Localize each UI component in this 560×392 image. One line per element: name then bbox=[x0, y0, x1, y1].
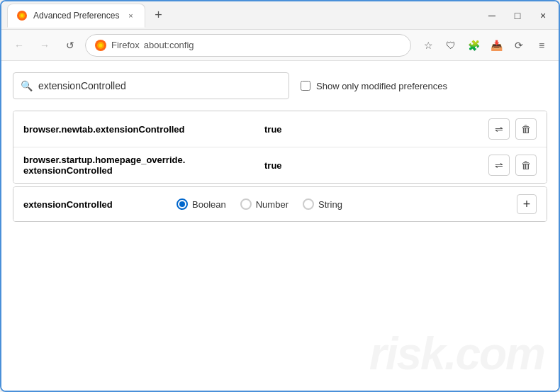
search-bar: 🔍 Show only modified preferences bbox=[13, 72, 547, 99]
show-modified-label[interactable]: Show only modified preferences bbox=[301, 81, 447, 91]
back-button[interactable]: ← bbox=[9, 35, 30, 56]
radio-string[interactable]: String bbox=[303, 198, 342, 210]
toggle-button-2[interactable]: ⇌ bbox=[488, 155, 510, 176]
search-icon: 🔍 bbox=[21, 80, 33, 91]
new-pref-section-wrapper: extensionControlled Boolean Number bbox=[13, 186, 547, 222]
radio-number-circle bbox=[240, 198, 252, 210]
pref-name-1: browser.newtab.extensionControlled bbox=[23, 124, 264, 135]
preferences-table: browser.newtab.extensionControlled true … bbox=[13, 111, 547, 184]
browser-name-label: Firefox bbox=[111, 40, 140, 50]
title-bar: Advanced Preferences × + ─ □ × bbox=[1, 1, 559, 30]
pref-value-2: true bbox=[264, 160, 488, 171]
window-controls: ─ □ × bbox=[482, 6, 553, 26]
firefox-tab-icon bbox=[16, 10, 28, 21]
bookmark-button[interactable]: ☆ bbox=[418, 35, 438, 55]
url-text: about:config bbox=[144, 40, 194, 50]
table-row: browser.startup.homepage_override. exten… bbox=[13, 147, 547, 183]
pref-actions-1: ⇌ 🗑 bbox=[488, 118, 537, 140]
tab-title: Advanced Preferences bbox=[33, 11, 119, 21]
maximize-button[interactable]: □ bbox=[508, 6, 527, 26]
menu-button[interactable]: ≡ bbox=[532, 35, 551, 55]
firefox-logo-icon bbox=[94, 39, 107, 52]
radio-boolean-circle bbox=[177, 198, 188, 210]
delete-button-1[interactable]: 🗑 bbox=[515, 118, 537, 140]
refresh-button[interactable]: ↺ bbox=[60, 35, 81, 56]
radio-boolean[interactable]: Boolean bbox=[177, 198, 226, 210]
watermark: risk.com bbox=[369, 331, 544, 376]
radio-string-circle bbox=[303, 198, 314, 210]
extension-button[interactable]: 🧩 bbox=[464, 35, 483, 55]
browser-window: Advanced Preferences × + ─ □ × ← → ↺ Fir… bbox=[0, 0, 560, 392]
shield-button[interactable]: 🛡 bbox=[441, 35, 461, 55]
download-button[interactable]: 📥 bbox=[486, 35, 506, 55]
search-input[interactable] bbox=[38, 80, 281, 91]
address-bar[interactable]: Firefox about:config bbox=[85, 34, 411, 57]
active-tab[interactable]: Advanced Preferences × bbox=[7, 4, 145, 28]
svg-point-2 bbox=[21, 14, 23, 17]
svg-point-5 bbox=[99, 43, 103, 47]
radio-number[interactable]: Number bbox=[240, 198, 289, 210]
radio-number-label: Number bbox=[256, 199, 289, 210]
minimize-button[interactable]: ─ bbox=[482, 6, 502, 26]
show-modified-text: Show only modified preferences bbox=[316, 81, 447, 91]
new-pref-section: extensionControlled Boolean Number bbox=[13, 186, 547, 222]
new-tab-button[interactable]: + bbox=[148, 6, 168, 26]
toggle-button-1[interactable]: ⇌ bbox=[488, 118, 510, 140]
close-button[interactable]: × bbox=[533, 6, 553, 26]
type-radio-group: Boolean Number String bbox=[177, 198, 505, 210]
pref-name-line1: browser.startup.homepage_override. bbox=[23, 155, 185, 165]
sync-button[interactable]: ⟳ bbox=[509, 35, 529, 55]
forward-button[interactable]: → bbox=[34, 35, 55, 56]
tab-close-button[interactable]: × bbox=[125, 10, 136, 21]
pref-value-1: true bbox=[264, 124, 488, 135]
radio-string-label: String bbox=[318, 199, 342, 210]
pref-name-line2: extensionControlled bbox=[23, 165, 113, 176]
delete-button-2[interactable]: 🗑 bbox=[515, 155, 537, 176]
new-pref-name: extensionControlled bbox=[23, 199, 165, 210]
nav-bar: ← → ↺ Firefox about:config ☆ 🛡 🧩 📥 ⟳ ≡ bbox=[1, 30, 559, 61]
content-area: risk.com 🔍 Show only modified preference… bbox=[1, 61, 559, 391]
search-wrapper[interactable]: 🔍 bbox=[13, 72, 289, 99]
new-pref-row: extensionControlled Boolean Number bbox=[13, 187, 547, 221]
add-pref-button[interactable]: + bbox=[517, 194, 537, 214]
radio-boolean-label: Boolean bbox=[192, 199, 226, 210]
table-row: browser.newtab.extensionControlled true … bbox=[13, 111, 547, 147]
nav-icon-group: ☆ 🛡 🧩 📥 ⟳ ≡ bbox=[418, 35, 551, 55]
show-modified-checkbox[interactable] bbox=[301, 81, 310, 91]
pref-name-2: browser.startup.homepage_override. exten… bbox=[23, 155, 264, 176]
pref-actions-2: ⇌ 🗑 bbox=[488, 155, 537, 176]
